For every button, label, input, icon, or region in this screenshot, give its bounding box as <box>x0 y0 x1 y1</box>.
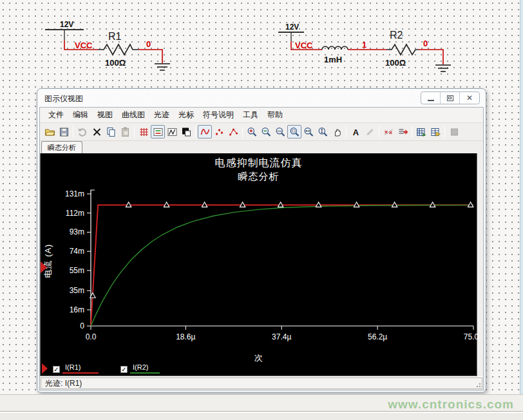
menu-item-legend[interactable]: 符号说明 <box>198 108 238 122</box>
svg-text:100: 100 <box>277 129 282 133</box>
axes <box>91 190 473 326</box>
inductor-value: 1mH <box>324 55 342 64</box>
window-title: 图示仪视图 <box>44 93 83 104</box>
wire[interactable] <box>138 50 162 63</box>
resistor-ref: R1 <box>108 31 122 42</box>
line-point-style-icon[interactable] <box>226 125 240 138</box>
undo-icon[interactable] <box>75 125 90 138</box>
menu-item-edit[interactable]: 编辑 <box>68 108 93 122</box>
x-tick-label: 18.6µ <box>176 332 195 341</box>
supply-label: 12V <box>60 20 73 29</box>
legend-selected-arrow-icon <box>42 363 48 374</box>
app-status-strip <box>0 412 523 420</box>
toolbar-separator <box>134 126 135 138</box>
x-tick-label: 56.2µ <box>368 332 387 341</box>
resistor-r2[interactable] <box>386 44 419 55</box>
legend-swatch <box>62 372 99 374</box>
trace-I(R1)[interactable] <box>91 205 473 326</box>
export-table-icon[interactable] <box>414 125 428 138</box>
ground-symbol[interactable] <box>435 65 451 72</box>
net-label-0: 0 <box>423 39 428 48</box>
draw-annotation-icon[interactable] <box>363 125 377 138</box>
menu-item-view[interactable]: 视图 <box>93 108 117 122</box>
wire[interactable] <box>419 50 443 64</box>
workspace-scrollbar[interactable] <box>520 0 523 394</box>
menu-item-file[interactable]: 文件 <box>44 108 68 122</box>
circuit-right: 12V VCC 1mH 1 R2 100Ω 0 <box>278 23 451 72</box>
tab-strip: 瞬态分析 <box>40 141 483 153</box>
show-legend-icon[interactable] <box>151 125 165 138</box>
status-bar: 光迹: I(R1) <box>40 376 483 390</box>
export-excel-icon[interactable] <box>428 125 442 138</box>
x-tick-label: 75.0µ <box>464 332 479 341</box>
menu-item-tools[interactable]: 工具 <box>238 108 263 122</box>
menu-item-graph[interactable]: 曲线图 <box>117 108 149 122</box>
ground-symbol[interactable] <box>155 64 170 70</box>
legend: ✓I(R1)✓I(R2) <box>42 363 160 374</box>
show-axes-icon[interactable] <box>165 125 179 138</box>
zoom-in-icon[interactable] <box>245 125 259 138</box>
toolbar-separator <box>444 126 445 138</box>
legend-checkbox-I(R1)[interactable]: ✓ <box>53 366 60 373</box>
y-tick-label: 0 <box>80 321 84 330</box>
close-button[interactable]: ✕ <box>460 92 479 104</box>
net-label-vcc: VCC <box>295 41 313 50</box>
y-tick-label: 35m <box>70 286 84 295</box>
copy-icon[interactable] <box>104 125 118 138</box>
trace-I(R2)[interactable] <box>91 205 473 326</box>
show-grid-icon[interactable] <box>137 125 151 138</box>
x-tick-label: 0.0 <box>86 332 97 341</box>
legend-entry-I(R1): ✓I(R1) <box>53 363 99 374</box>
x-tick-label: 37.4µ <box>272 332 291 341</box>
schematic-canvas: 12V VCC R1 100Ω 0 12V VCC 1mH 1 R2 100Ω … <box>0 0 523 87</box>
toolbar-separator <box>195 126 196 138</box>
legend-label: I(R2) <box>130 363 160 371</box>
legend-swatch <box>130 372 160 374</box>
window-titlebar[interactable]: 图示仪视图 ✕ <box>37 89 486 107</box>
menu-bar: 文件编辑视图曲线图光迹光标符号说明工具帮助 <box>40 108 483 123</box>
y-tick-label: 93m <box>70 227 84 236</box>
inductor-l1[interactable] <box>322 46 348 50</box>
svg-text:A: A <box>352 127 359 137</box>
delete-icon[interactable] <box>90 125 104 138</box>
zoom-y-icon[interactable] <box>316 125 330 138</box>
zoom-x-icon[interactable] <box>301 125 316 138</box>
net-label-0: 0 <box>146 39 151 49</box>
save-icon[interactable] <box>57 125 71 138</box>
paste-icon[interactable] <box>118 125 132 138</box>
resize-grip[interactable] <box>475 381 481 388</box>
menu-item-trace[interactable]: 光迹 <box>149 108 174 122</box>
menu-item-cursor[interactable]: 光标 <box>174 108 198 122</box>
net-label-vcc: VCC <box>75 41 93 50</box>
legend-entry-I(R2): ✓I(R2) <box>120 363 160 374</box>
minimize-button[interactable] <box>421 92 441 104</box>
resistor-r1[interactable] <box>98 44 138 55</box>
selected-trace-arrow-icon <box>41 262 47 273</box>
legend-checkbox-I(R2)[interactable]: ✓ <box>120 366 128 373</box>
export-data-icon[interactable] <box>395 125 410 138</box>
pan-icon[interactable] <box>330 125 344 138</box>
invert-colors-icon[interactable] <box>179 125 193 138</box>
stop-icon[interactable] <box>447 125 461 138</box>
zoom-100-icon[interactable]: 100 <box>273 125 287 138</box>
text-annotation-icon[interactable]: A <box>348 125 363 138</box>
menu-item-help[interactable]: 帮助 <box>263 108 287 122</box>
y-tick-label: 16m <box>70 305 84 314</box>
resistor-ref: R2 <box>390 30 403 41</box>
chart-area[interactable]: 电感抑制电流仿真 瞬态分析 131m112m93m74m55m35m16m00.… <box>40 153 477 376</box>
restore-button[interactable] <box>441 92 460 104</box>
point-style-icon[interactable] <box>212 125 226 138</box>
plot: 131m112m93m74m55m35m16m00.018.6µ37.4µ56.… <box>41 153 479 376</box>
toolbar-separator <box>379 126 379 138</box>
resistor-value: 100Ω <box>385 58 406 68</box>
resistor-value: 100Ω <box>105 58 126 68</box>
line-style-icon[interactable] <box>198 125 212 138</box>
zoom-area-icon[interactable] <box>287 125 301 138</box>
tab-transient-analysis[interactable]: 瞬态分析 <box>41 141 82 153</box>
toolbar-separator <box>242 126 243 138</box>
zoom-out-icon[interactable] <box>259 125 273 138</box>
circuit-left: 12V VCC R1 100Ω 0 <box>45 20 170 70</box>
watermark: www.cntronics.com <box>388 397 514 412</box>
cursors-icon[interactable] <box>381 125 395 138</box>
open-icon[interactable] <box>43 125 57 138</box>
